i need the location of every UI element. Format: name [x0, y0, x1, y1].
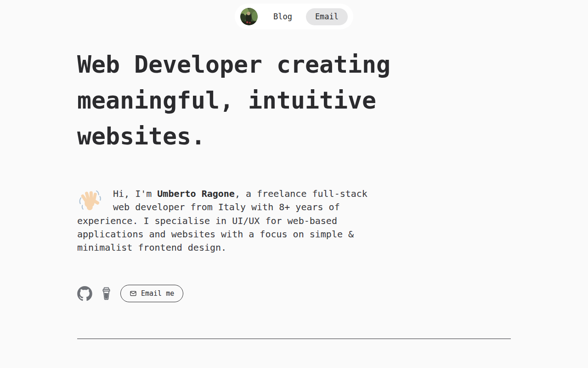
nav-item-email[interactable]: Email	[306, 8, 348, 25]
avatar[interactable]	[240, 8, 258, 25]
hero-section: Web Developer creating meaningful, intui…	[59, 46, 529, 339]
intro-greeting: Hi, I'm	[113, 188, 157, 199]
divider	[77, 339, 511, 339]
social-row: Email me	[77, 285, 511, 302]
intro-paragraph: Hi, I'm Umberto Ragone, a freelance full…	[77, 187, 374, 254]
email-me-button[interactable]: Email me	[120, 285, 183, 302]
envelope-icon	[130, 290, 137, 297]
waving-hand-emoji	[77, 188, 102, 213]
avatar-photo	[240, 8, 258, 25]
buy-me-a-coffee-icon[interactable]	[100, 286, 113, 301]
author-name: Umberto Ragone	[157, 188, 235, 199]
github-icon[interactable]	[77, 286, 92, 301]
main-content: Web Developer creating meaningful, intui…	[59, 46, 529, 339]
nav-pill: Blog Email	[235, 4, 353, 29]
email-me-label: Email me	[141, 290, 174, 297]
page-title: Web Developer creating meaningful, intui…	[77, 46, 511, 154]
nav-item-blog[interactable]: Blog	[271, 8, 294, 25]
top-nav: Blog Email	[0, 0, 588, 29]
